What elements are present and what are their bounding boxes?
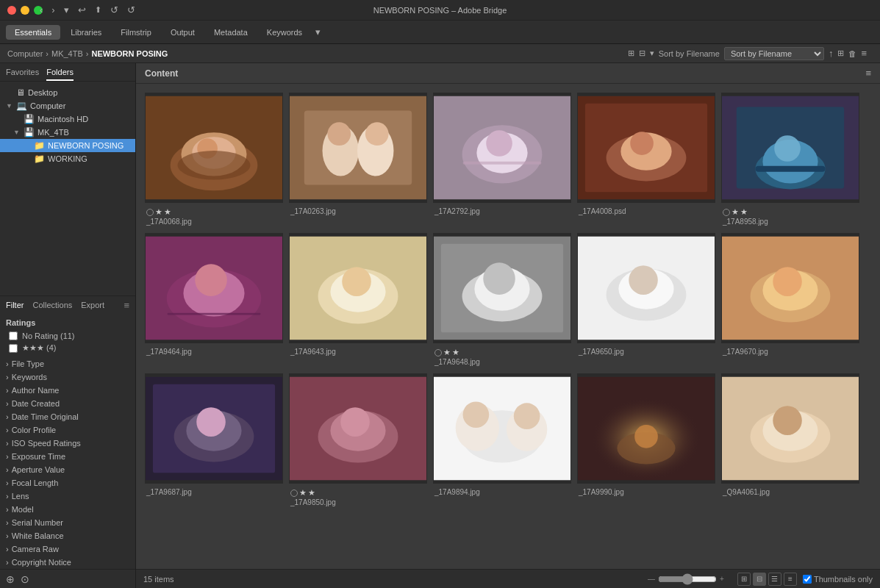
filter-serial[interactable]: › Serial Number — [0, 516, 135, 529]
minimize-button[interactable] — [21, 6, 29, 15]
thumbnail-item[interactable]: ★★_17A9850.jpg — [286, 370, 430, 511]
sort-filter-button[interactable]: ⊟ — [639, 49, 645, 58]
tree-arrow-computer: ▼ — [6, 102, 13, 110]
filter-aperture[interactable]: › Aperture Value — [0, 463, 135, 476]
nav-refresh-button[interactable]: ↺ — [107, 3, 121, 17]
nav-up-button[interactable]: ⬆ — [92, 4, 104, 16]
filter-lens[interactable]: › Lens — [0, 490, 135, 503]
thumbnail-info: _17A9464.jpg — [145, 346, 283, 357]
menubar-more-icon[interactable]: ▾ — [315, 26, 321, 37]
nav-history-button[interactable]: ▾ — [61, 3, 72, 17]
sort-select[interactable]: Sort by Filename Sort by Date Created So… — [724, 47, 824, 60]
sort-options-button[interactable]: ▾ — [650, 49, 654, 58]
view-toggle-button[interactable]: ⊞ — [837, 49, 844, 58]
tree-item-working[interactable]: 📁 WORKING — [0, 152, 135, 165]
view-lines-icon[interactable]: ≡ — [784, 573, 797, 586]
tab-output[interactable]: Output — [162, 25, 204, 40]
filter-lens-label: Lens — [12, 492, 29, 501]
tree-item-mk4tb[interactable]: ▼ 💾 MK_4TB — [0, 126, 135, 139]
svg-point-58 — [340, 407, 370, 437]
filter-model[interactable]: › Model — [0, 503, 135, 516]
thumbnail-item[interactable]: _17A9990.jpg — [574, 370, 718, 511]
thumbnail-info: _17A9643.jpg — [289, 346, 427, 357]
nav-back-button[interactable]: ‹ — [37, 3, 46, 17]
filter-item-3star[interactable]: ★★★ (4) — [6, 342, 129, 354]
filter-copyright[interactable]: › Copyright Notice — [0, 556, 135, 569]
thumbnail-item[interactable]: ★★_17A8958.jpg — [718, 90, 862, 230]
filter-iso[interactable]: › ISO Speed Ratings — [0, 437, 135, 450]
add-favorite-button[interactable]: ⊕ — [6, 573, 15, 585]
filter-item-no-rating[interactable]: No Rating (11) — [6, 330, 129, 342]
thumbnail-image-wrap — [289, 233, 427, 343]
thumbnail-item[interactable]: _17A9650.jpg — [574, 230, 718, 370]
filter-exposure[interactable]: › Exposure Time — [0, 450, 135, 463]
tree-item-desktop[interactable]: 🖥 Desktop — [0, 86, 135, 99]
thumbnail-item[interactable]: _17A9687.jpg — [142, 370, 286, 511]
view-detail-icon[interactable]: ⊟ — [753, 573, 766, 586]
nav-extra-button[interactable]: ↺ — [124, 3, 138, 17]
breadcrumb-computer[interactable]: Computer — [7, 49, 43, 58]
thumbnail-item[interactable]: _17A0263.jpg — [286, 90, 430, 230]
filter-copyright-label: Copyright Notice — [12, 558, 71, 567]
thumbnail-item[interactable]: _17A2792.jpg — [430, 90, 574, 230]
delete-button[interactable]: 🗑 — [848, 49, 856, 58]
thumbnail-item[interactable]: _17A9643.jpg — [286, 230, 430, 370]
thumbnail-item[interactable]: _Q9A4061.jpg — [718, 370, 862, 511]
filter-datetime-original[interactable]: › Date Time Original — [0, 410, 135, 423]
chevron-right-icon: › — [6, 558, 9, 567]
breadcrumb-mk4tb[interactable]: MK_4TB — [51, 49, 83, 58]
svg-point-31 — [195, 264, 227, 296]
zoom-out-icon: — — [648, 575, 655, 583]
settings-button[interactable]: ⊙ — [21, 573, 29, 585]
nav-forward-button[interactable]: › — [49, 3, 57, 17]
filter-tab-export[interactable]: Export — [81, 299, 104, 311]
filter-focal-length[interactable]: › Focal Length — [0, 476, 135, 490]
filter-camera-raw[interactable]: › Camera Raw — [0, 542, 135, 556]
view-grid-icon[interactable]: ⊞ — [737, 573, 751, 586]
filter-date-created[interactable]: › Date Created — [0, 397, 135, 410]
filter-checkbox-3star[interactable] — [9, 344, 18, 353]
thumbnail-info: _17A9894.jpg — [433, 487, 571, 498]
tab-metadata[interactable]: Metadata — [205, 25, 257, 40]
thumbnail-item[interactable]: _17A9670.jpg — [718, 230, 862, 370]
filter-tab-collections[interactable]: Collections — [32, 299, 72, 311]
thumbnail-item[interactable]: _17A4008.psd — [574, 90, 718, 230]
breadcrumb-current[interactable]: NEWBORN POSING — [91, 49, 168, 58]
view-list-icon[interactable]: ☰ — [768, 573, 781, 586]
filter-tab-filter[interactable]: Filter — [6, 299, 24, 311]
filter-filetype[interactable]: › File Type — [0, 357, 135, 370]
thumbnail-info: ★★_17A9850.jpg — [289, 487, 427, 508]
rating-circle-icon — [723, 209, 730, 216]
tree-item-macintosh[interactable]: 💾 Macintosh HD — [0, 112, 135, 126]
tab-filmstrip[interactable]: Filmstrip — [112, 25, 160, 40]
filter-keywords[interactable]: › Keywords — [0, 370, 135, 384]
thumbnail-item[interactable]: _17A9894.jpg — [430, 370, 574, 511]
tree-label-computer: Computer — [30, 101, 65, 110]
tab-essentials[interactable]: Essentials — [6, 25, 60, 40]
thumbnail-item[interactable]: ★★_17A9648.jpg — [430, 230, 574, 370]
nav-boomerang-button[interactable]: ↩ — [75, 3, 89, 17]
thumbnail-filename: _17A9687.jpg — [146, 488, 282, 496]
filter-author-name[interactable]: › Author Name — [0, 384, 135, 397]
tree-label-macintosh: Macintosh HD — [37, 115, 88, 123]
sort-direction-button[interactable]: ↑ — [829, 48, 834, 59]
tree-item-computer[interactable]: ▼ 💻 Computer — [0, 99, 135, 112]
thumbnails-only-checkbox[interactable] — [803, 575, 812, 584]
tab-libraries[interactable]: Libraries — [62, 25, 110, 40]
tab-favorites[interactable]: Favorites — [6, 68, 39, 81]
filter-color-profile[interactable]: › Color Profile — [0, 423, 135, 437]
tree-item-newborn-posing[interactable]: 📁 NEWBORN POSING — [0, 139, 135, 152]
filter-white-balance[interactable]: › White Balance — [0, 529, 135, 542]
sort-icon-button[interactable]: ⊞ — [628, 49, 634, 58]
svg-point-10 — [327, 122, 351, 146]
tab-keywords[interactable]: Keywords — [258, 25, 311, 40]
thumbnail-item[interactable]: ★★_17A0068.jpg — [142, 90, 286, 230]
filter-checkbox-no-rating[interactable] — [9, 331, 18, 340]
filter-menu-icon[interactable]: ≡ — [124, 300, 129, 311]
content-menu-button[interactable]: ≡ — [865, 68, 871, 79]
zoom-slider[interactable] — [658, 573, 717, 585]
close-button[interactable] — [7, 6, 16, 15]
tab-folders[interactable]: Folders — [46, 68, 74, 81]
more-options-button[interactable]: ≡ — [861, 48, 867, 59]
thumbnail-item[interactable]: _17A9464.jpg — [142, 230, 286, 370]
